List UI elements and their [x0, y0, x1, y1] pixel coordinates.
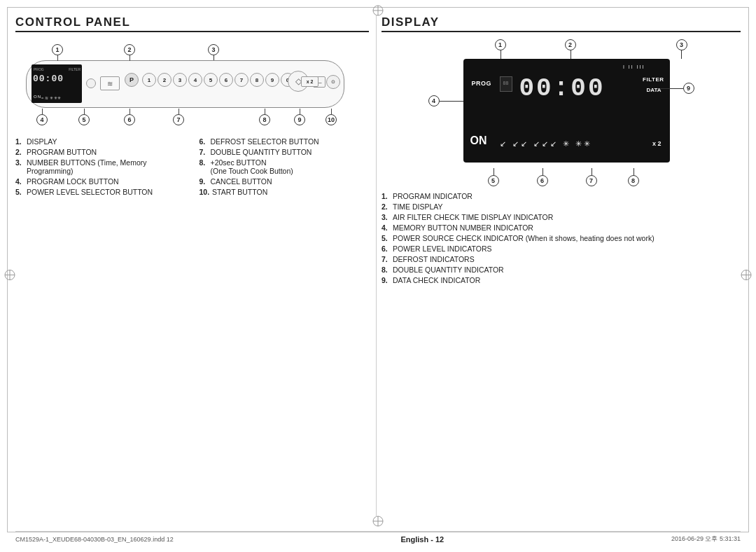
callout-4-bottom: 4	[36, 114, 48, 125]
item-1: 1. DISPLAY	[15, 137, 186, 146]
disp-item-9: 9. DATA CHECK INDICATOR	[382, 276, 741, 284]
num-btn-9[interactable]: 9	[265, 73, 279, 87]
disp-item-5: 5. POWER SOURCE CHECK INDICATOR (When it…	[382, 234, 741, 242]
x2-btn[interactable]: x 2	[301, 76, 318, 87]
display-title: DISPLAY	[382, 15, 440, 29]
disp-callout-1: 1	[495, 39, 506, 50]
control-panel-header: CONTROL PANEL	[15, 15, 369, 29]
mini-prog-label: PROG	[34, 67, 44, 71]
time-display: 00:00	[519, 74, 606, 103]
callout-1: 1	[52, 44, 63, 55]
display-header: DISPLAY	[382, 15, 741, 29]
disp-callout-9: 9	[683, 83, 694, 94]
disp-item-4: 4. MEMORY BUTTON NUMBER INDICATOR	[382, 223, 741, 232]
mini-filter-label: FILTER	[69, 67, 80, 71]
num-btn-1[interactable]: 1	[142, 73, 156, 87]
callout-7-bottom: 7	[173, 114, 184, 125]
footer-center: English - 12	[400, 535, 444, 544]
disp-callout-5: 5	[488, 175, 499, 186]
item-9: 9. CANCEL BUTTON	[200, 177, 370, 186]
on-label: ON	[470, 134, 487, 147]
start-btn-small[interactable]: ⊙	[326, 75, 340, 89]
footer-right: 2016-06-29 오후 5:31:31	[671, 534, 741, 544]
item-4: 4. PROGRAM LOCK BUTTON	[15, 177, 186, 186]
control-panel-title: CONTROL PANEL	[15, 15, 130, 29]
num-btn-6[interactable]: 6	[219, 73, 233, 87]
disp-callout-6: 6	[537, 175, 548, 186]
num-btn-3[interactable]: 3	[173, 73, 187, 87]
panel-body: PROG 00:00 FILTER ON ≈ ≋ ✳ ✳✳ ≋ P 1 2 3 …	[26, 60, 344, 108]
mini-display: PROG 00:00 FILTER ON ≈ ≋ ✳ ✳✳	[31, 64, 82, 103]
small-circle-btn[interactable]	[86, 78, 96, 88]
display-panel: I II III PROG 88 00:00 FILTER DATA ON ↙ …	[463, 59, 670, 163]
control-panel-section: CONTROL PANEL 1 2 3 PROG 00:00 FILTER ON…	[15, 15, 369, 517]
item-3: 3. NUMBER BUTTONS (Time, MemoryProgrammi…	[15, 158, 186, 175]
mini-on-label: ON	[34, 95, 41, 99]
disp-item-8: 8. DOUBLE QUANTITY INDICATOR	[382, 265, 741, 274]
num-btn-2[interactable]: 2	[158, 73, 172, 87]
callout-5-bottom: 5	[78, 114, 90, 125]
callout-6-bottom: 6	[124, 114, 135, 125]
display-divider	[382, 31, 741, 32]
display-items-list: 1. PROGRAM INDICATOR 2. TIME DISPLAY 3. …	[382, 192, 741, 284]
right-compass-icon	[740, 269, 752, 284]
prog-label: PROG	[472, 80, 492, 87]
callout-10-bottom: 10	[326, 114, 337, 125]
disp-item-1: 1. PROGRAM INDICATOR	[382, 192, 741, 200]
disp-callout-7: 7	[586, 175, 597, 186]
callout-8-bottom: 8	[259, 114, 270, 125]
filter-label: FILTER	[643, 76, 664, 83]
x2-indicator: x 2	[652, 140, 662, 147]
callout-2: 2	[124, 44, 135, 55]
item-2: 2. PROGRAM BUTTON	[15, 148, 186, 156]
bottom-compass-icon	[372, 515, 384, 530]
disp-callout-3: 3	[676, 39, 687, 50]
num-btn-5[interactable]: 5	[204, 73, 218, 87]
num-btn-7[interactable]: 7	[234, 73, 248, 87]
disp-callout-8: 8	[628, 175, 639, 186]
mini-waves: ≈ ≋ ✳ ✳✳	[41, 95, 61, 100]
disp-item-6: 6. POWER LEVEL INDICATORS	[382, 244, 741, 253]
callout-3: 3	[208, 44, 219, 55]
item-5: 5. POWER LEVEL SELECTOR BUTTON	[15, 188, 186, 196]
wave-indicators: ↙ ↙↙ ↙↙↙ ✳ ✳✳	[500, 139, 592, 149]
disp-callout-2: 2	[565, 39, 576, 50]
roman-numerals: I II III	[623, 64, 645, 69]
left-compass-icon	[4, 269, 16, 284]
display-diagram-container: 1 2 3 I II III PROG 88 00:00 FILTER DATA…	[428, 39, 694, 186]
footer: CM1529A-1_XEUDE68-04030B-03_EN_160629.in…	[15, 531, 741, 544]
item-8: 8. +20sec BUTTON(One Touch Cook Button)	[200, 158, 370, 175]
vertical-divider	[376, 15, 377, 517]
num-btn-8[interactable]: 8	[250, 73, 264, 87]
control-panel-items-list: 1. DISPLAY 6. DEFROST SELECTOR BUTTON 2.…	[15, 137, 369, 196]
mini-time-display: 00:00	[33, 74, 64, 84]
item-6: 6. DEFROST SELECTOR BUTTON	[200, 137, 370, 146]
callout-9-bottom: 9	[294, 114, 305, 125]
p-button[interactable]: P	[125, 73, 139, 87]
disp-item-7: 7. DEFROST INDICATORS	[382, 255, 741, 263]
grill-btn[interactable]: ≋	[100, 76, 120, 90]
num-btn-4[interactable]: 4	[188, 73, 202, 87]
disp-callout-4: 4	[428, 95, 440, 106]
control-panel-divider	[15, 31, 369, 32]
number-buttons-row: 1 2 3 4 5 6 7 8 9 0	[142, 73, 295, 87]
footer-left: CM1529A-1_XEUDE68-04030B-03_EN_160629.in…	[15, 536, 174, 543]
item-10: 10. START BUTTON	[200, 188, 370, 196]
display-section: DISPLAY 1 2 3 I II III PROG 88 00:00 FIL…	[382, 15, 741, 517]
item-7: 7. DOUBLE QUANTITY BUTTON	[200, 148, 370, 156]
disp-item-2: 2. TIME DISPLAY	[382, 202, 741, 211]
control-panel-diagram-area: 1 2 3 PROG 00:00 FILTER ON ≈ ≋ ✳ ✳✳ ≋ P	[15, 43, 351, 127]
prog-indicator-box: 88	[500, 76, 512, 92]
disp-item-3: 3. AIR FILTER CHECK TIME DISPLAY INDICAT…	[382, 213, 741, 221]
